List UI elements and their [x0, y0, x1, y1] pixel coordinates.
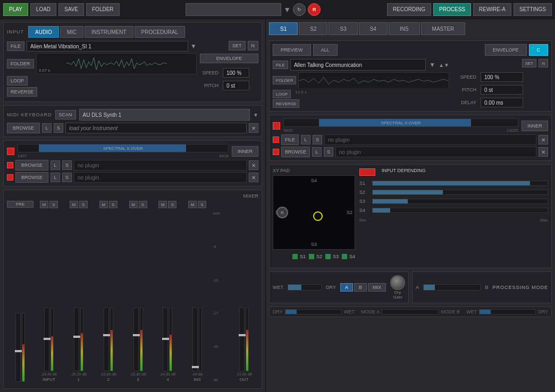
plugin-browse-1[interactable]: BROWSE — [15, 160, 48, 171]
plugin-browse-2[interactable]: BROWSE — [15, 172, 48, 183]
ch4-m[interactable]: M — [158, 201, 167, 208]
xy-point[interactable] — [313, 211, 323, 221]
ch3-s[interactable]: S — [139, 201, 147, 208]
tab-s1[interactable]: S1 — [269, 22, 298, 35]
proc-bar[interactable] — [423, 284, 481, 291]
scan-button[interactable]: SCAN — [55, 110, 76, 120]
plugin-l-2[interactable]: L — [51, 173, 60, 182]
preview-button[interactable]: PREVIEW — [273, 44, 311, 56]
tab-audio[interactable]: AUDIO — [28, 26, 59, 38]
r-plugin-browse-2[interactable]: BROWSE — [281, 147, 310, 157]
channel-m-input[interactable]: M — [40, 201, 48, 208]
tab-mic[interactable]: MIC — [60, 26, 83, 38]
tab-s2[interactable]: S2 — [299, 22, 327, 35]
plugin-s-2[interactable]: S — [62, 173, 72, 182]
set-button[interactable]: SET — [229, 41, 246, 50]
refresh-button[interactable]: ↻ — [293, 3, 306, 16]
ch1-handle[interactable] — [73, 336, 81, 338]
browse-button[interactable]: BROWSE — [7, 123, 40, 133]
dropdown-arrow[interactable]: ▼ — [283, 5, 291, 14]
r-file-button[interactable]: FILE — [273, 61, 288, 69]
r-n-button[interactable]: N — [539, 59, 548, 67]
l-button[interactable]: L — [42, 123, 52, 133]
synth-dropdown[interactable]: AU DLS Synth 1 — [79, 109, 250, 121]
r-folder-button[interactable]: FOLDER — [273, 76, 296, 84]
r-inner-button[interactable]: INNER — [522, 121, 548, 131]
play-button[interactable]: PLAY — [3, 3, 28, 16]
r-loop-button[interactable]: LOOP — [273, 90, 291, 98]
ch2-handle[interactable] — [103, 334, 111, 336]
load-button[interactable]: LOAD — [30, 3, 56, 16]
tab-s4[interactable]: S4 — [359, 22, 388, 35]
wd-tab-b[interactable]: B — [354, 283, 367, 292]
out-handle[interactable] — [239, 334, 246, 336]
ch2-fader[interactable] — [104, 308, 109, 371]
xy-pad-canvas[interactable]: S4 S3 S1 S2 R — [273, 175, 355, 250]
ch4-s[interactable]: S — [168, 201, 176, 208]
channel-s-input[interactable]: S — [49, 201, 58, 208]
preset-dropdown[interactable] — [186, 3, 281, 16]
folder-button[interactable]: FOLDER — [86, 3, 120, 16]
ch1-fader[interactable] — [74, 308, 79, 371]
dry-gain-knob[interactable]: Dry Gain — [390, 275, 405, 300]
tab-procedural[interactable]: PROCEDURAL — [134, 26, 185, 38]
r-plugin-s-1[interactable]: S — [313, 135, 322, 144]
ch4-fader[interactable] — [163, 308, 168, 371]
input-fader-track[interactable] — [44, 308, 49, 371]
c-button[interactable]: C — [529, 44, 549, 56]
tab-instrument[interactable]: INSTRUMENT — [85, 26, 133, 38]
plugin-s-1[interactable]: S — [62, 160, 72, 170]
tab-s3[interactable]: S3 — [329, 22, 357, 35]
envelope-button[interactable]: ENVELOPE — [200, 54, 258, 63]
r-plugin-clear-1[interactable]: ✕ — [539, 135, 548, 144]
r-filename-arrow[interactable]: ▼ — [429, 61, 435, 69]
r-plugin-l-2[interactable]: L — [312, 147, 322, 157]
ch2-s[interactable]: S — [109, 201, 117, 208]
plugin-l-1[interactable]: L — [51, 160, 60, 170]
synth-dropdown-arrow[interactable]: ▼ — [253, 112, 258, 118]
ins-fader[interactable] — [192, 308, 198, 371]
n-button[interactable]: N — [248, 41, 259, 50]
ch2-m[interactable]: M — [99, 201, 108, 208]
xy-rec-button[interactable]: R — [276, 207, 288, 218]
r-reverse-button[interactable]: REVERSE — [273, 99, 299, 108]
pre-button[interactable]: PRE — [7, 201, 33, 208]
file-button[interactable]: FILE — [7, 41, 24, 51]
recording-button[interactable]: RECORDING — [387, 3, 431, 16]
folder-button[interactable]: FOLDER — [7, 59, 34, 69]
pre-fader-handle[interactable] — [15, 350, 22, 352]
r-plugin-clear-2[interactable]: ✕ — [539, 147, 548, 157]
ch3-handle[interactable] — [133, 334, 140, 336]
ins-m[interactable]: M — [188, 201, 197, 208]
input-fader-handle[interactable] — [44, 338, 51, 340]
filename-arrow[interactable]: ▼ — [190, 42, 197, 50]
ins-s[interactable]: S — [198, 201, 206, 208]
r-plugin-browse-1[interactable]: FILE — [281, 134, 299, 145]
tab-master[interactable]: MASTER — [421, 22, 466, 35]
tab-ins[interactable]: INS — [389, 22, 420, 35]
save-button[interactable]: SAVE — [58, 3, 84, 16]
ch3-m[interactable]: M — [129, 201, 138, 208]
plugin-clear-2[interactable]: ✕ — [249, 173, 258, 182]
r-set-button[interactable]: SET — [522, 59, 537, 67]
process-button[interactable]: PROCESS — [433, 3, 471, 16]
r-plugin-s-2[interactable]: S — [324, 147, 333, 157]
reverse-button[interactable]: REVERSE — [7, 87, 37, 97]
rewire-button[interactable]: REWIRE-A — [473, 3, 511, 16]
loop-button[interactable]: LOOP — [7, 76, 28, 86]
all-button[interactable]: ALL — [313, 44, 338, 56]
inner-button[interactable]: INNER — [232, 146, 258, 157]
ch4-handle[interactable] — [162, 338, 170, 340]
ch3-fader[interactable] — [133, 308, 139, 371]
wd-tab-mix[interactable]: MIX — [368, 283, 386, 292]
knob[interactable] — [390, 275, 405, 290]
plugin-clear-1[interactable]: ✕ — [249, 160, 258, 170]
out-fader[interactable] — [239, 308, 245, 371]
ch1-m[interactable]: M — [70, 201, 78, 208]
ins-handle[interactable] — [192, 366, 199, 368]
record-button[interactable]: R — [308, 3, 321, 16]
wet-bar[interactable] — [288, 284, 322, 291]
instrument-clear[interactable]: ✕ — [249, 123, 258, 133]
r-filename-arrow2[interactable]: ▲▼ — [439, 62, 449, 68]
r-envelope-button[interactable]: ENVELOPE — [485, 44, 527, 56]
